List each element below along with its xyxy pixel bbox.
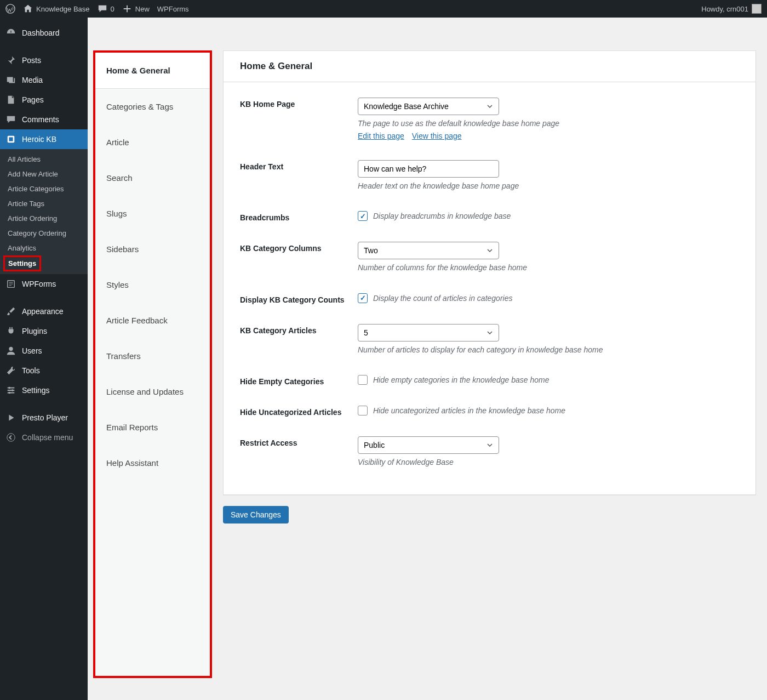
wpforms-link[interactable]: WPForms <box>157 5 189 13</box>
svg-point-6 <box>12 389 14 391</box>
settings-panel: Home & General KB Home Page Knowledge Ba… <box>223 50 756 678</box>
tab-article-feedback[interactable]: Article Feedback <box>95 303 210 338</box>
menu-media[interactable]: Media <box>0 70 88 90</box>
menu-pages-label: Pages <box>22 95 44 104</box>
admin-bar: Knowledge Base 0 New WPForms Howdy, crn0… <box>0 0 767 18</box>
counts-label: Display KB Category Counts <box>240 293 358 304</box>
tab-styles[interactable]: Styles <box>95 267 210 303</box>
kb-home-page-select[interactable]: Knowledge Base Archive <box>358 98 499 115</box>
menu-comments-label: Comments <box>22 115 59 124</box>
menu-presto-label: Presto Player <box>22 413 68 422</box>
sub-analytics[interactable]: Analytics <box>0 241 88 255</box>
kb-home-page-desc: The page to use as the default knowledge… <box>358 118 739 129</box>
admin-menu: Dashboard Posts Media Pages Comments Her… <box>0 18 88 700</box>
articles-desc: Number of articles to display for each c… <box>358 345 739 356</box>
tab-email-reports[interactable]: Email Reports <box>95 409 210 445</box>
form-icon <box>5 278 16 289</box>
comments-link[interactable]: 0 <box>98 4 115 14</box>
menu-collapse[interactable]: Collapse menu <box>0 428 88 447</box>
edit-page-link[interactable]: Edit this page <box>358 132 404 140</box>
menu-dashboard[interactable]: Dashboard <box>0 23 88 43</box>
collapse-icon <box>5 432 16 443</box>
menu-comments[interactable]: Comments <box>0 110 88 129</box>
menu-users-label: Users <box>22 346 42 355</box>
menu-heroic-kb[interactable]: Heroic KB <box>0 129 88 149</box>
wp-logo[interactable] <box>5 4 15 14</box>
hide-empty-label: Hide Empty Categories <box>240 375 358 386</box>
menu-tools-label: Tools <box>22 366 40 375</box>
menu-tools[interactable]: Tools <box>0 361 88 380</box>
menu-presto[interactable]: Presto Player <box>0 408 88 428</box>
tab-article[interactable]: Article <box>95 124 210 160</box>
counts-checkbox[interactable] <box>358 293 368 303</box>
tab-license[interactable]: License and Updates <box>95 374 210 409</box>
svg-point-5 <box>9 387 11 389</box>
avatar <box>752 4 762 14</box>
columns-label: KB Category Columns <box>240 242 358 274</box>
sliders-icon <box>5 385 16 396</box>
restrict-desc: Visibility of Knowledge Base <box>358 457 739 468</box>
tab-home-general[interactable]: Home & General <box>95 53 210 89</box>
view-page-link[interactable]: View this page <box>412 132 462 140</box>
howdy-text: Howdy, crn001 <box>701 5 748 13</box>
menu-posts[interactable]: Posts <box>0 50 88 70</box>
hide-uncat-check-label: Hide uncategorized articles in the knowl… <box>373 406 565 415</box>
hide-uncat-label: Hide Uncategorized Articles <box>240 406 358 417</box>
kb-icon <box>5 134 16 145</box>
tab-sidebars[interactable]: Sidebars <box>95 231 210 267</box>
menu-pages[interactable]: Pages <box>0 90 88 110</box>
tab-search[interactable]: Search <box>95 160 210 196</box>
sub-category-ordering[interactable]: Category Ordering <box>0 226 88 241</box>
comment-icon <box>5 114 16 125</box>
comment-icon <box>98 4 107 14</box>
new-link[interactable]: New <box>122 4 150 14</box>
heroic-kb-submenu: All Articles Add New Article Article Cat… <box>0 149 88 274</box>
tab-help-assistant[interactable]: Help Assistant <box>95 445 210 481</box>
menu-appearance[interactable]: Appearance <box>0 301 88 321</box>
breadcrumbs-checkbox[interactable] <box>358 211 368 221</box>
howdy-link[interactable]: Howdy, crn001 <box>701 4 762 14</box>
sub-article-tags[interactable]: Article Tags <box>0 196 88 211</box>
menu-dashboard-label: Dashboard <box>22 29 60 37</box>
home-icon <box>23 4 33 14</box>
hide-empty-checkbox[interactable] <box>358 375 368 385</box>
svg-point-7 <box>9 392 11 394</box>
pin-icon <box>5 55 16 66</box>
sub-all-articles[interactable]: All Articles <box>0 152 88 167</box>
menu-users[interactable]: Users <box>0 341 88 361</box>
menu-media-label: Media <box>22 76 43 84</box>
articles-label: KB Category Articles <box>240 324 358 356</box>
sub-add-new[interactable]: Add New Article <box>0 167 88 181</box>
new-text: New <box>135 5 150 13</box>
tab-slugs[interactable]: Slugs <box>95 196 210 231</box>
hide-empty-check-label: Hide empty categories in the knowledge b… <box>373 375 549 384</box>
sub-article-categories[interactable]: Article Categories <box>0 181 88 196</box>
columns-select[interactable]: Two <box>358 242 499 259</box>
tab-transfers[interactable]: Transfers <box>95 338 210 374</box>
menu-wpforms[interactable]: WPForms <box>0 274 88 294</box>
hide-uncat-checkbox[interactable] <box>358 406 368 416</box>
header-text-desc: Header text on the knowledge base home p… <box>358 181 739 192</box>
tab-categories-tags[interactable]: Categories & Tags <box>95 89 210 124</box>
svg-rect-2 <box>9 137 13 141</box>
restrict-label: Restrict Access <box>240 436 358 468</box>
user-icon <box>5 345 16 356</box>
menu-collapse-label: Collapse menu <box>22 433 73 442</box>
restrict-select[interactable]: Public <box>358 436 499 454</box>
save-changes-button[interactable]: Save Changes <box>223 506 289 523</box>
sub-settings[interactable]: Settings <box>3 255 41 271</box>
header-text-input[interactable] <box>358 160 499 178</box>
menu-settings[interactable]: Settings <box>0 380 88 400</box>
sub-article-ordering[interactable]: Article Ordering <box>0 211 88 226</box>
site-name-link[interactable]: Knowledge Base <box>23 4 90 14</box>
breadcrumbs-check-label: Display breadcrumbs in knowledge base <box>373 212 511 220</box>
play-icon <box>5 412 16 423</box>
menu-plugins[interactable]: Plugins <box>0 321 88 341</box>
articles-select[interactable]: 5 <box>358 324 499 342</box>
media-icon <box>5 75 16 86</box>
wrench-icon <box>5 365 16 376</box>
menu-settings-label: Settings <box>22 386 50 395</box>
columns-desc: Number of columns for the knowledge base… <box>358 263 739 274</box>
breadcrumbs-label: Breadcrumbs <box>240 211 358 222</box>
settings-tabs: Home & General Categories & Tags Article… <box>93 50 212 678</box>
